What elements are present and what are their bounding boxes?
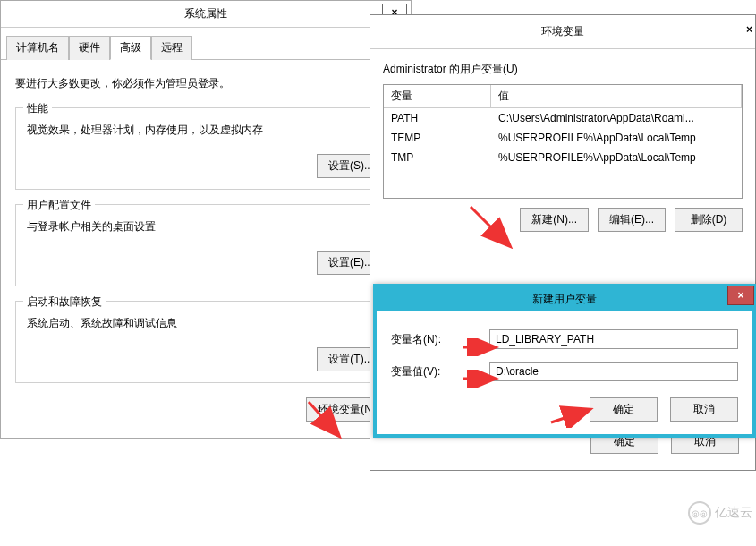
new-var-body: 变量名(N): 变量值(V): 确定 取消 <box>377 311 752 434</box>
sys-props-titlebar: 系统属性 × <box>1 1 411 28</box>
tab-hardware[interactable]: 硬件 <box>69 36 110 60</box>
performance-group: 性能 视觉效果，处理器计划，内存使用，以及虚拟内存 设置(S)... <box>15 107 396 190</box>
watermark: ◎◎ 亿速云 <box>688 501 752 525</box>
new-var-titlebar: 新建用户变量 × <box>377 287 752 311</box>
tab-advanced[interactable]: 高级 <box>110 36 151 60</box>
delete-user-var-button[interactable]: 删除(D) <box>675 208 743 232</box>
var-name-input[interactable] <box>489 329 738 349</box>
tabs: 计算机名 硬件 高级 远程 <box>1 28 411 60</box>
tab-remote[interactable]: 远程 <box>151 36 192 60</box>
edit-user-var-button[interactable]: 编辑(E)... <box>598 208 666 232</box>
close-button[interactable]: × <box>727 286 754 305</box>
user-profile-group: 用户配置文件 与登录帐户相关的桌面设置 设置(E)... <box>15 204 396 286</box>
tab-computer-name[interactable]: 计算机名 <box>6 36 69 60</box>
table-row[interactable]: TMP %USERPROFILE%\AppData\Local\Temp <box>384 148 742 167</box>
var-value-input[interactable] <box>489 362 738 381</box>
user-variables-table[interactable]: 变量 值 PATH C:\Users\Administrator\AppData… <box>383 84 743 199</box>
env-titlebar: 环境变量 × <box>370 15 755 49</box>
watermark-text: 亿速云 <box>715 505 752 521</box>
col-value[interactable]: 值 <box>491 85 742 107</box>
table-row[interactable]: TEMP %USERPROFILE%\AppData\Local\Temp <box>384 128 742 148</box>
sys-props-title: 系统属性 <box>184 7 227 20</box>
user-profile-desc: 与登录帐户相关的桌面设置 <box>27 219 385 235</box>
new-var-title: 新建用户变量 <box>532 293 597 305</box>
new-user-variable-dialog: 新建用户变量 × 变量名(N): 变量值(V): 确定 取消 <box>373 284 756 438</box>
user-vars-label: Administrator 的用户变量(U) <box>383 62 743 77</box>
system-properties-dialog: 系统属性 × 计算机名 硬件 高级 远程 要进行大多数更改，你必须作为管理员登录… <box>0 0 412 439</box>
sys-props-body: 要进行大多数更改，你必须作为管理员登录。 性能 视觉效果，处理器计划，内存使用，… <box>1 60 411 438</box>
env-title: 环境变量 <box>541 25 584 38</box>
performance-desc: 视觉效果，处理器计划，内存使用，以及虚拟内存 <box>27 123 385 138</box>
col-variable[interactable]: 变量 <box>384 85 491 107</box>
admin-notice: 要进行大多数更改，你必须作为管理员登录。 <box>15 76 396 91</box>
new-user-var-button[interactable]: 新建(N)... <box>520 208 589 232</box>
new-var-ok-button[interactable]: 确定 <box>590 397 658 422</box>
var-name-label: 变量名(N): <box>391 332 463 347</box>
startup-desc: 系统启动、系统故障和调试信息 <box>27 316 385 331</box>
performance-title: 性能 <box>23 101 52 116</box>
close-button[interactable]: × <box>743 21 755 38</box>
user-profile-title: 用户配置文件 <box>23 198 95 213</box>
var-value-label: 变量值(V): <box>391 364 463 380</box>
startup-group: 启动和故障恢复 系统启动、系统故障和调试信息 设置(T)... <box>15 301 396 383</box>
startup-title: 启动和故障恢复 <box>23 294 106 310</box>
table-row[interactable]: PATH C:\Users\Administrator\AppData\Roam… <box>384 108 742 128</box>
new-var-cancel-button[interactable]: 取消 <box>670 397 738 422</box>
watermark-logo-icon: ◎◎ <box>688 501 711 525</box>
table-header: 变量 值 <box>384 85 742 108</box>
